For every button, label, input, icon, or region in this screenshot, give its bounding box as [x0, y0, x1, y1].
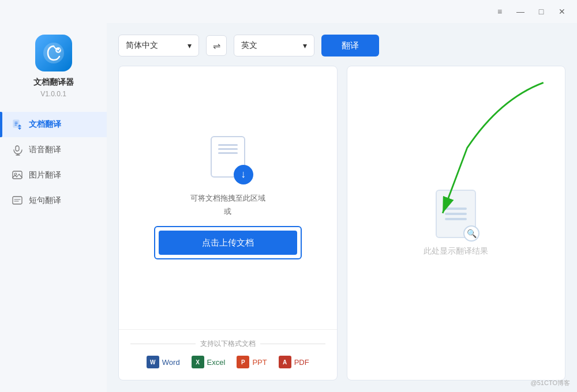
swap-lang-button[interactable]: ⇌ — [206, 35, 227, 56]
upload-btn-border: 点击上传文档 — [154, 226, 302, 259]
swap-icon: ⇌ — [213, 40, 220, 51]
image-translate-label: 图片翻译 — [29, 170, 61, 180]
download-arrow-badge: ↓ — [234, 165, 253, 184]
sentence-translate-icon — [12, 195, 23, 206]
watermark: @51CTO博客 — [531, 379, 570, 387]
upload-file-button[interactable]: 点击上传文档 — [159, 231, 297, 255]
formats-list: W Word X Excel P PPT A P — [130, 356, 325, 368]
doc-translate-icon — [12, 119, 23, 130]
logo-icon — [42, 42, 65, 65]
app-container: 文档翻译器 V1.0.0.1 文档翻译 — [0, 23, 577, 392]
upload-icon-wrap: ↓ — [205, 136, 251, 182]
close-button[interactable]: ✕ — [552, 1, 572, 22]
menu-button[interactable]: ≡ — [489, 1, 510, 22]
upload-area: ↓ 可将文档拖拽至此区域 或 点击上传文档 — [119, 66, 337, 329]
result-panel: 🔍 此处显示翻译结果 — [347, 66, 566, 380]
drop-hint-line1: 可将文档拖拽至此区域 — [190, 191, 265, 205]
app-version: V1.0.0.1 — [40, 90, 66, 98]
pdf-label: PDF — [294, 358, 309, 367]
app-name: 文档翻译器 — [33, 77, 74, 88]
result-line-1 — [445, 208, 467, 210]
excel-icon: X — [192, 356, 204, 368]
upload-panel: ↓ 可将文档拖拽至此区域 或 点击上传文档 支持以下格式文档 — [118, 66, 338, 380]
svg-point-11 — [14, 173, 17, 175]
panels: ↓ 可将文档拖拽至此区域 或 点击上传文档 支持以下格式文档 — [118, 66, 565, 380]
doc-translate-label: 文档翻译 — [29, 119, 61, 130]
app-logo — [35, 35, 72, 71]
voice-translate-label: 语音翻译 — [29, 145, 61, 155]
ppt-icon: P — [237, 356, 249, 368]
svg-rect-12 — [13, 197, 22, 204]
source-lang-label: 简体中文 — [126, 40, 158, 51]
title-bar: ≡ — □ ✕ — [0, 0, 577, 23]
sidebar-item-sentence[interactable]: 短句翻译 — [0, 188, 107, 213]
word-label: Word — [162, 358, 180, 367]
ppt-label: PPT — [252, 358, 267, 367]
sidebar-item-voice[interactable]: 语音翻译 — [0, 137, 107, 163]
sidebar-item-doc[interactable]: 文档翻译 — [0, 112, 107, 137]
sidebar-nav: 文档翻译 语音翻译 图片翻译 — [0, 112, 107, 213]
doc-line-2 — [218, 148, 238, 150]
image-translate-icon — [12, 169, 23, 181]
format-word: W Word — [147, 356, 180, 368]
minimize-button[interactable]: — — [510, 1, 531, 22]
svg-rect-10 — [13, 171, 22, 179]
target-lang-label: 英文 — [241, 40, 257, 51]
translate-button[interactable]: 翻译 — [321, 35, 379, 56]
result-doc-icon: 🔍 — [436, 190, 476, 238]
svg-point-1 — [55, 47, 61, 53]
excel-label: Excel — [207, 358, 226, 367]
result-placeholder-text: 此处显示翻译结果 — [424, 246, 488, 257]
voice-translate-icon — [12, 144, 23, 156]
formats-section: 支持以下格式文档 W Word X Excel P PPT — [119, 329, 337, 380]
maximize-button[interactable]: □ — [531, 1, 552, 22]
drop-hint: 可将文档拖拽至此区域 或 — [190, 191, 265, 218]
result-line-3 — [445, 218, 467, 220]
result-placeholder: 🔍 此处显示翻译结果 — [347, 66, 565, 380]
sentence-translate-label: 短句翻译 — [29, 195, 61, 206]
main-content: 简体中文 ▾ ⇌ 英文 ▾ 翻译 — [107, 23, 577, 392]
word-icon: W — [147, 356, 159, 368]
format-excel: X Excel — [192, 356, 226, 368]
svg-rect-7 — [16, 146, 19, 151]
toolbar: 简体中文 ▾ ⇌ 英文 ▾ 翻译 — [118, 35, 565, 56]
source-lang-select[interactable]: 简体中文 ▾ — [118, 35, 199, 56]
search-icon: 🔍 — [463, 225, 479, 242]
sidebar-item-image[interactable]: 图片翻译 — [0, 163, 107, 188]
target-lang-select[interactable]: 英文 ▾ — [234, 35, 314, 56]
result-line-2 — [445, 213, 467, 215]
doc-line-3 — [218, 152, 238, 154]
pdf-icon: A — [279, 356, 291, 368]
sidebar: 文档翻译器 V1.0.0.1 文档翻译 — [0, 23, 107, 392]
doc-line-1 — [218, 144, 238, 146]
target-lang-dropdown-icon: ▾ — [303, 41, 307, 50]
format-pdf: A PDF — [279, 356, 309, 368]
source-lang-dropdown-icon: ▾ — [188, 41, 192, 50]
format-ppt: P PPT — [237, 356, 267, 368]
drop-hint-line2: 或 — [190, 205, 265, 218]
formats-title: 支持以下格式文档 — [130, 339, 325, 349]
